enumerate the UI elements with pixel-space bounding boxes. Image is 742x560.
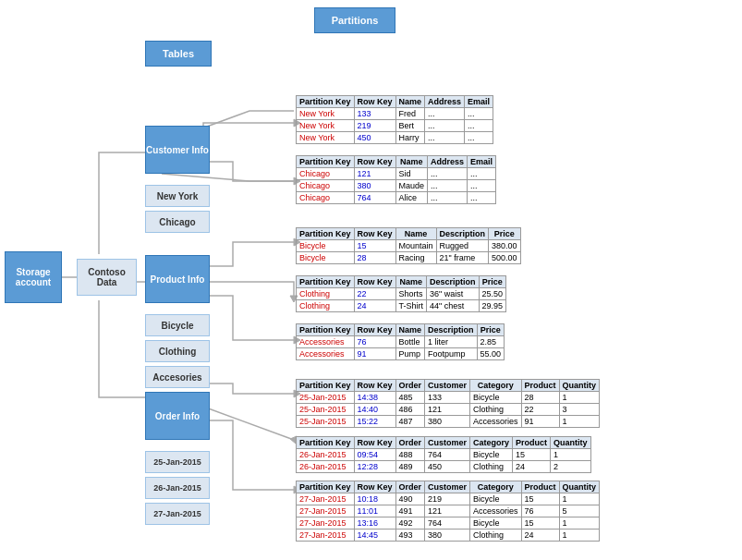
table-row: Bicycle28Racing21" frame500.00	[297, 252, 521, 264]
jan25-box: 25-Jan-2015	[145, 451, 210, 473]
table-row: 25-Jan-201514:38485133Bicycle281	[297, 392, 600, 404]
customer-ny-table: Partition Key Row Key Name Address Email…	[296, 95, 493, 144]
new-york-box: New York	[145, 185, 210, 207]
contoso-data-box: Contoso Data	[77, 259, 137, 296]
table-row: 27-Jan-201514:45493380Clothing241	[297, 530, 600, 542]
table-row: Clothing22Shorts36" waist25.50	[297, 288, 506, 300]
table-row: 25-Jan-201514:40486121Clothing223	[297, 404, 600, 416]
table-row: Accessories76Bottle1 liter2.85	[297, 336, 505, 348]
product-bi-table: Partition Key Row Key Name Description P…	[296, 227, 521, 264]
table-row: Chicago380Maude......	[297, 180, 496, 192]
order-27-table: Partition Key Row Key Order Customer Cat…	[296, 481, 600, 542]
table-row: Bicycle15MountainRugged380.00	[297, 240, 521, 252]
jan27-box: 27-Jan-2015	[145, 503, 210, 525]
clothing-box: Clothing	[145, 340, 210, 362]
table-row: 27-Jan-201513:16492764Bicycle151	[297, 517, 600, 530]
customer-ch-table: Partition Key Row Key Name Address Email…	[296, 155, 496, 204]
jan26-box: 26-Jan-2015	[145, 477, 210, 499]
product-ac-table: Partition Key Row Key Name Description P…	[296, 323, 505, 360]
tables-label-box: Tables	[145, 41, 212, 67]
table-row: Clothing24T-Shirt44" chest29.95	[297, 300, 506, 312]
table-row: Chicago764Alice......	[297, 192, 496, 204]
customer-info-box: Customer Info	[145, 126, 210, 174]
partitions-label-box: Partitions	[314, 7, 395, 33]
accessories-box: Accesories	[145, 366, 210, 388]
storage-account-box: Storage account	[5, 251, 62, 303]
table-row: 26-Jan-201512:28489450Clothing242	[297, 461, 591, 473]
order-26-table: Partition Key Row Key Order Customer Cat…	[296, 436, 591, 473]
table-row: 26-Jan-201509:54488764Bicycle151	[297, 449, 591, 461]
product-info-box: Product Info	[145, 255, 210, 303]
table-row: 25-Jan-201515:22487380Accessories911	[297, 416, 600, 428]
order-25-table: Partition Key Row Key Order Customer Cat…	[296, 379, 600, 428]
product-cl-table: Partition Key Row Key Name Description P…	[296, 275, 506, 312]
diagram: Storage account Contoso Data Tables Part…	[0, 0, 742, 560]
table-row: New York219Bert......	[297, 120, 493, 132]
table-row: 27-Jan-201510:18490219Bicycle151	[297, 493, 600, 505]
bicycle-box: Bicycle	[145, 314, 210, 336]
table-row: New York450Harry......	[297, 132, 493, 144]
table-row: 27-Jan-201511:01491121Accessories765	[297, 505, 600, 517]
table-row: Accessories91PumpFootpump55.00	[297, 348, 505, 360]
order-info-box: Order Info	[145, 392, 210, 440]
chicago-box: Chicago	[145, 211, 210, 233]
table-row: Chicago121Sid......	[297, 168, 496, 180]
table-row: New York133Fred......	[297, 108, 493, 120]
